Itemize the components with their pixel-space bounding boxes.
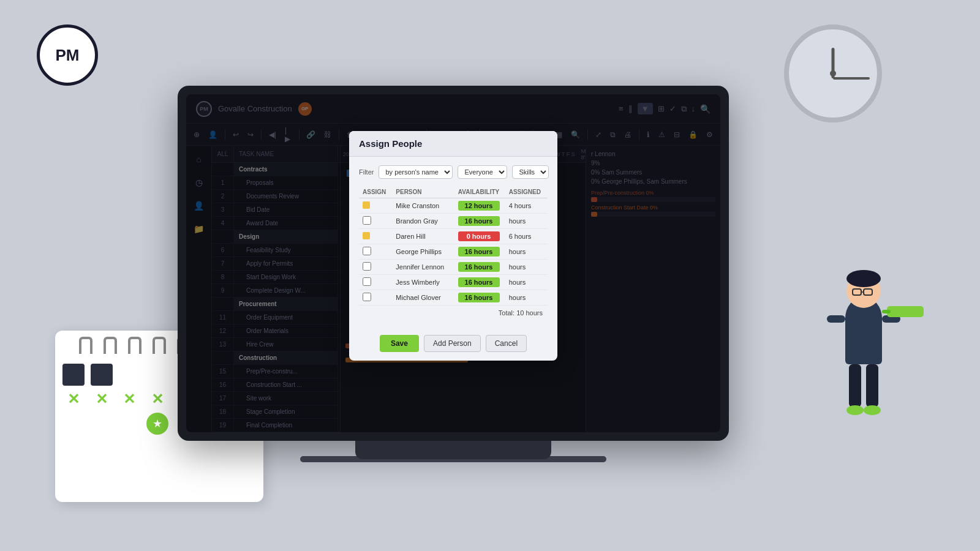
person-name: Jess Wimberly [392, 275, 452, 290]
assign-checkbox[interactable] [363, 216, 371, 225]
availability-badge: 16 hours [458, 262, 500, 272]
filter-everyone-select[interactable]: Everyone [458, 165, 507, 179]
person-name: Daren Hill [392, 229, 452, 244]
person-row[interactable]: George Phillips16 hourshours [359, 244, 548, 260]
availability-badge: 16 hours [458, 247, 500, 257]
modal-body: Filter by person's name Everyone Skills [349, 157, 557, 329]
svg-rect-14 [882, 310, 891, 313]
clock-center [830, 70, 836, 77]
col-person-header: PERSON [392, 186, 452, 198]
assign-cell[interactable] [359, 198, 392, 214]
svg-rect-9 [849, 364, 861, 407]
filter-row: Filter by person's name Everyone Skills [359, 165, 548, 179]
person-row[interactable]: Brandon Gray16 hourshours [359, 214, 548, 229]
person-name: Jennifer Lennon [392, 260, 452, 275]
assigned-cell[interactable]: hours [505, 275, 548, 290]
laptop-base [355, 441, 551, 459]
assigned-cell[interactable]: hours [505, 290, 548, 305]
person-row[interactable]: Jennifer Lennon16 hourshours [359, 260, 548, 275]
person-name: Mike Cranston [392, 198, 452, 214]
assign-checkbox[interactable] [363, 277, 371, 286]
assign-cell[interactable] [359, 244, 392, 260]
assign-cell[interactable] [359, 260, 392, 275]
availability-cell: 12 hours [452, 198, 505, 214]
col-assigned-header: ASSIGNED [505, 186, 548, 198]
svg-rect-10 [866, 364, 878, 407]
assigned-cell[interactable]: 6 hours [505, 229, 548, 244]
total-label: Total: [499, 309, 514, 317]
availability-cell: 16 hours [452, 275, 505, 290]
svg-rect-7 [827, 315, 845, 323]
filter-label: Filter [359, 168, 374, 176]
availability-badge: 16 hours [458, 216, 500, 226]
assign-cell[interactable] [359, 214, 392, 229]
svg-point-11 [846, 405, 864, 415]
assigned-cell[interactable]: hours [505, 244, 548, 260]
laptop-computer: PM Govalle Construction GP ≡ ∥ ▼ ⊞ ✓ ⧉ ↓… [178, 86, 729, 441]
svg-rect-13 [887, 306, 924, 317]
assign-people-modal: Assign People Filter by person's name Ev… [349, 131, 557, 361]
people-table: ASSIGN PERSON AVAILABILITY ASSIGNED Mike… [359, 186, 548, 305]
assign-cell[interactable] [359, 275, 392, 290]
calendar-ring [79, 337, 92, 354]
add-person-button[interactable]: Add Person [424, 335, 481, 352]
clock-minute-hand [833, 77, 870, 80]
person-row[interactable]: Michael Glover16 hourshours [359, 290, 548, 305]
save-button[interactable]: Save [380, 335, 419, 352]
calendar-ring [104, 337, 117, 354]
calendar-ring [128, 337, 141, 354]
availability-cell: 16 hours [452, 214, 505, 229]
pm-logo-topleft: PM [37, 24, 98, 86]
total-value: 10 hours [516, 309, 543, 317]
availability-badge: 16 hours [458, 277, 500, 287]
person-illustration [796, 245, 931, 502]
assign-checkbox[interactable] [363, 262, 371, 271]
assign-cell[interactable] [359, 290, 392, 305]
availability-badge: 12 hours [458, 201, 500, 211]
person-row[interactable]: Jess Wimberly16 hourshours [359, 275, 548, 290]
checked-indicator [363, 201, 370, 209]
filter-by-select[interactable]: by person's name [379, 165, 453, 179]
availability-cell: 0 hours [452, 229, 505, 244]
assigned-cell[interactable]: 4 hours [505, 198, 548, 214]
laptop-screen: PM Govalle Construction GP ≡ ∥ ▼ ⊞ ✓ ⧉ ↓… [186, 94, 720, 432]
assigned-cell[interactable]: hours [505, 260, 548, 275]
availability-cell: 16 hours [452, 244, 505, 260]
col-avail-header: AVAILABILITY [452, 186, 505, 198]
svg-point-2 [846, 270, 881, 287]
availability-badge: 16 hours [458, 293, 500, 302]
modal-overlay: Assign People Filter by person's name Ev… [186, 94, 720, 432]
person-row[interactable]: Mike Cranston12 hours4 hours [359, 198, 548, 214]
filter-skills-select[interactable]: Skills [512, 165, 549, 179]
modal-title: Assign People [359, 138, 422, 149]
calendar-ring [153, 337, 166, 354]
availability-cell: 16 hours [452, 290, 505, 305]
person-name: Michael Glover [392, 290, 452, 305]
assign-cell[interactable] [359, 229, 392, 244]
pm-label-topleft: PM [56, 46, 80, 65]
clock-decoration [784, 24, 882, 122]
availability-cell: 16 hours [452, 260, 505, 275]
assigned-cell[interactable]: hours [505, 214, 548, 229]
assign-checkbox[interactable] [363, 293, 371, 301]
person-name: Brandon Gray [392, 214, 452, 229]
availability-badge: 0 hours [458, 231, 500, 241]
assign-checkbox[interactable] [363, 247, 371, 255]
person-row[interactable]: Daren Hill0 hours6 hours [359, 229, 548, 244]
col-assign-header: ASSIGN [359, 186, 392, 198]
svg-point-12 [864, 405, 881, 415]
total-row: Total: 10 hours [359, 305, 548, 320]
person-name: George Phillips [392, 244, 452, 260]
cancel-button[interactable]: Cancel [486, 335, 527, 352]
modal-footer: Save Add Person Cancel [349, 329, 557, 361]
modal-header: Assign People [349, 131, 557, 157]
svg-rect-6 [845, 315, 882, 364]
checked-indicator [363, 232, 370, 239]
